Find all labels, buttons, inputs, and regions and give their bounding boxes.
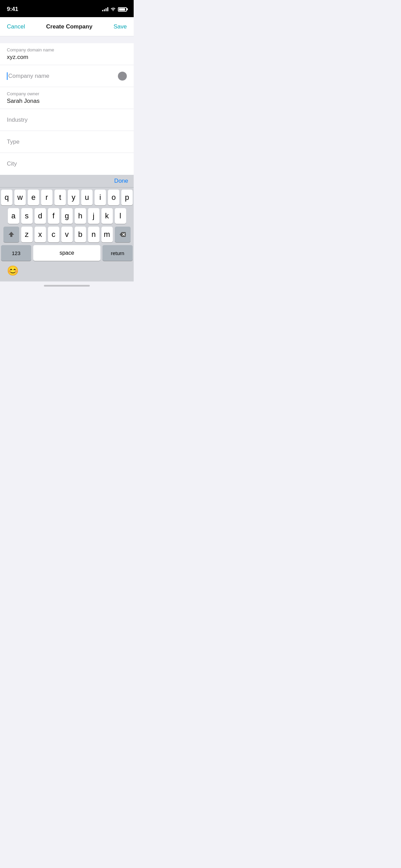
owner-value: Sarah Jonas bbox=[7, 98, 127, 105]
key-k[interactable]: k bbox=[101, 208, 113, 224]
keyboard-row-4: 123 space return bbox=[1, 245, 133, 261]
cancel-button[interactable]: Cancel bbox=[7, 23, 25, 30]
key-t[interactable]: t bbox=[54, 190, 66, 205]
key-u[interactable]: u bbox=[81, 190, 93, 205]
shift-key[interactable] bbox=[3, 227, 19, 242]
type-field[interactable]: Type bbox=[0, 131, 134, 153]
status-time: 9:41 bbox=[7, 6, 18, 13]
key-s[interactable]: s bbox=[21, 208, 33, 224]
key-w[interactable]: w bbox=[14, 190, 26, 205]
industry-field[interactable]: Industry bbox=[0, 109, 134, 131]
company-name-placeholder: Company name bbox=[8, 73, 49, 80]
owner-label: Company owner bbox=[7, 91, 127, 96]
key-r[interactable]: r bbox=[41, 190, 52, 205]
type-placeholder: Type bbox=[7, 138, 20, 145]
home-indicator bbox=[44, 285, 90, 287]
microphone-icon[interactable] bbox=[118, 72, 127, 81]
city-field[interactable]: City bbox=[0, 153, 134, 175]
signal-icon bbox=[102, 7, 108, 11]
text-cursor bbox=[7, 72, 8, 80]
key-i[interactable]: i bbox=[95, 190, 106, 205]
key-h[interactable]: h bbox=[75, 208, 86, 224]
wifi-icon bbox=[110, 7, 116, 12]
key-v[interactable]: v bbox=[61, 227, 73, 242]
battery-icon bbox=[118, 7, 127, 12]
done-button[interactable]: Done bbox=[114, 178, 128, 184]
key-g[interactable]: g bbox=[61, 208, 73, 224]
emoji-button[interactable]: 😊 bbox=[7, 265, 19, 276]
keyboard-row-1: q w e r t y u i o p bbox=[1, 190, 133, 205]
numbers-key[interactable]: 123 bbox=[1, 245, 31, 261]
domain-label: Company domain name bbox=[7, 47, 127, 52]
key-m[interactable]: m bbox=[101, 227, 113, 242]
key-z[interactable]: z bbox=[21, 227, 33, 242]
industry-placeholder: Industry bbox=[7, 117, 27, 123]
section-gap bbox=[0, 36, 134, 43]
key-f[interactable]: f bbox=[48, 208, 59, 224]
key-c[interactable]: c bbox=[48, 227, 59, 242]
nav-bar: Cancel Create Company Save bbox=[0, 17, 134, 36]
save-button[interactable]: Save bbox=[113, 23, 127, 30]
keyboard: q w e r t y u i o p a s d f g h j k l z … bbox=[0, 188, 134, 262]
keyboard-row-3: z x c v b n m bbox=[1, 227, 133, 242]
status-icons bbox=[102, 7, 127, 12]
key-x[interactable]: x bbox=[35, 227, 46, 242]
key-p[interactable]: p bbox=[121, 190, 133, 205]
return-key[interactable]: return bbox=[102, 245, 133, 261]
key-j[interactable]: j bbox=[88, 208, 99, 224]
keyboard-row-2: a s d f g h j k l bbox=[1, 208, 133, 224]
domain-field[interactable]: Company domain name xyz.com bbox=[0, 43, 134, 65]
key-o[interactable]: o bbox=[108, 190, 119, 205]
form-section: Company domain name xyz.com Company name… bbox=[0, 43, 134, 175]
key-e[interactable]: e bbox=[28, 190, 39, 205]
key-d[interactable]: d bbox=[35, 208, 46, 224]
domain-value: xyz.com bbox=[7, 54, 127, 61]
space-key[interactable]: space bbox=[33, 245, 100, 261]
key-l[interactable]: l bbox=[115, 208, 126, 224]
keyboard-done-bar: Done bbox=[0, 175, 134, 188]
delete-key[interactable] bbox=[115, 227, 131, 242]
key-q[interactable]: q bbox=[1, 190, 12, 205]
key-b[interactable]: b bbox=[75, 227, 86, 242]
status-bar: 9:41 bbox=[0, 0, 134, 17]
city-placeholder: City bbox=[7, 160, 17, 167]
page-title: Create Company bbox=[46, 23, 93, 30]
key-n[interactable]: n bbox=[88, 227, 99, 242]
company-owner-field[interactable]: Company owner Sarah Jonas bbox=[0, 87, 134, 109]
key-y[interactable]: y bbox=[68, 190, 79, 205]
key-a[interactable]: a bbox=[8, 208, 19, 224]
company-name-field[interactable]: Company name bbox=[0, 65, 134, 87]
bottom-bar: 😊 bbox=[0, 262, 134, 281]
